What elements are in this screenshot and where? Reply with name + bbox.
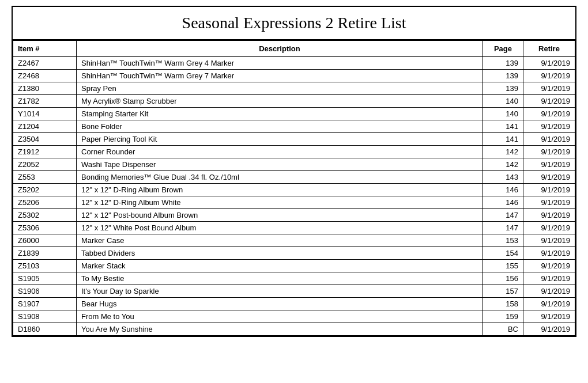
cell-item: S1907 <box>13 298 77 310</box>
header-item: Item # <box>13 41 77 57</box>
header-page: Page <box>483 41 523 57</box>
retire-table: Item # Description Page Retire Z2467Shin… <box>13 40 575 336</box>
cell-retire: 9/1/2019 <box>523 171 575 184</box>
cell-retire: 9/1/2019 <box>523 222 575 234</box>
cell-page: 141 <box>483 133 523 146</box>
cell-retire: 9/1/2019 <box>523 298 575 310</box>
cell-page: 147 <box>483 222 523 234</box>
cell-retire: 9/1/2019 <box>523 146 575 158</box>
table-row: Z553Bonding Memories™ Glue Dual .34 fl. … <box>13 171 575 184</box>
cell-page: 153 <box>483 234 523 247</box>
cell-description: Corner Rounder <box>77 146 483 158</box>
cell-item: Z5306 <box>13 222 77 234</box>
cell-retire: 9/1/2019 <box>523 95 575 108</box>
table-row: Z1380Spray Pen1399/1/2019 <box>13 82 575 95</box>
table-row: D1860You Are My SunshineBC9/1/2019 <box>13 323 575 336</box>
cell-description: My Acrylix® Stamp Scrubber <box>77 95 483 108</box>
cell-page: 140 <box>483 95 523 108</box>
table-row: Z1204Bone Folder1419/1/2019 <box>13 120 575 133</box>
table-row: S1906It's Your Day to Sparkle1579/1/2019 <box>13 285 575 298</box>
table-row: Z520612" x 12" D-Ring Album White1469/1/… <box>13 196 575 209</box>
cell-page: 146 <box>483 196 523 209</box>
table-row: Z3504Paper Piercing Tool Kit1419/1/2019 <box>13 133 575 146</box>
table-row: Z2052Washi Tape Dispenser1429/1/2019 <box>13 158 575 171</box>
cell-retire: 9/1/2019 <box>523 184 575 196</box>
cell-retire: 9/1/2019 <box>523 158 575 171</box>
cell-item: D1860 <box>13 323 77 336</box>
cell-page: 139 <box>483 57 523 70</box>
cell-description: From Me to You <box>77 310 483 323</box>
cell-page: 154 <box>483 247 523 260</box>
cell-retire: 9/1/2019 <box>523 234 575 247</box>
table-row: Z1912Corner Rounder1429/1/2019 <box>13 146 575 158</box>
cell-item: Z1782 <box>13 95 77 108</box>
table-body: Z2467ShinHan™ TouchTwin™ Warm Grey 4 Mar… <box>13 57 575 336</box>
cell-description: ShinHan™ TouchTwin™ Warm Grey 7 Marker <box>77 70 483 82</box>
table-header-row: Item # Description Page Retire <box>13 41 575 57</box>
cell-description: Bone Folder <box>77 120 483 133</box>
cell-description: To My Bestie <box>77 272 483 285</box>
cell-item: Z5202 <box>13 184 77 196</box>
cell-retire: 9/1/2019 <box>523 133 575 146</box>
cell-description: It's Your Day to Sparkle <box>77 285 483 298</box>
cell-item: S1908 <box>13 310 77 323</box>
cell-page: 141 <box>483 120 523 133</box>
cell-page: 146 <box>483 184 523 196</box>
header-retire: Retire <box>523 41 575 57</box>
cell-page: 143 <box>483 171 523 184</box>
table-row: Z6000Marker Case1539/1/2019 <box>13 234 575 247</box>
cell-description: 12" x 12" Post-bound Album Brown <box>77 209 483 222</box>
cell-page: 140 <box>483 108 523 120</box>
cell-retire: 9/1/2019 <box>523 247 575 260</box>
cell-description: 12" x 12" D-Ring Album Brown <box>77 184 483 196</box>
cell-item: S1905 <box>13 272 77 285</box>
cell-page: 159 <box>483 310 523 323</box>
table-row: Z1782My Acrylix® Stamp Scrubber1409/1/20… <box>13 95 575 108</box>
table-row: S1905To My Bestie1569/1/2019 <box>13 272 575 285</box>
cell-description: Washi Tape Dispenser <box>77 158 483 171</box>
table-row: Z530212" x 12" Post-bound Album Brown147… <box>13 209 575 222</box>
cell-item: Z2052 <box>13 158 77 171</box>
cell-retire: 9/1/2019 <box>523 260 575 272</box>
table-row: Z530612" x 12" White Post Bound Album147… <box>13 222 575 234</box>
cell-retire: 9/1/2019 <box>523 272 575 285</box>
cell-page: 156 <box>483 272 523 285</box>
cell-item: Z2468 <box>13 70 77 82</box>
cell-item: Z553 <box>13 171 77 184</box>
cell-description: Tabbed Dividers <box>77 247 483 260</box>
cell-retire: 9/1/2019 <box>523 196 575 209</box>
cell-page: 142 <box>483 146 523 158</box>
cell-item: Z1839 <box>13 247 77 260</box>
cell-page: 147 <box>483 209 523 222</box>
title-row: Seasonal Expressions 2 Retire List <box>13 7 575 40</box>
cell-description: 12" x 12" D-Ring Album White <box>77 196 483 209</box>
cell-item: Z1204 <box>13 120 77 133</box>
table-row: Z520212" x 12" D-Ring Album Brown1469/1/… <box>13 184 575 196</box>
cell-retire: 9/1/2019 <box>523 285 575 298</box>
cell-page: 157 <box>483 285 523 298</box>
cell-page: 142 <box>483 158 523 171</box>
cell-retire: 9/1/2019 <box>523 57 575 70</box>
cell-page: 139 <box>483 82 523 95</box>
cell-description: Marker Case <box>77 234 483 247</box>
cell-retire: 9/1/2019 <box>523 209 575 222</box>
cell-retire: 9/1/2019 <box>523 310 575 323</box>
main-container: Seasonal Expressions 2 Retire List Item … <box>12 6 576 337</box>
cell-item: Z5206 <box>13 196 77 209</box>
cell-item: Z5103 <box>13 260 77 272</box>
cell-retire: 9/1/2019 <box>523 82 575 95</box>
cell-retire: 9/1/2019 <box>523 120 575 133</box>
cell-description: Spray Pen <box>77 82 483 95</box>
cell-description: Bonding Memories™ Glue Dual .34 fl. Oz./… <box>77 171 483 184</box>
cell-description: Marker Stack <box>77 260 483 272</box>
cell-item: Z5302 <box>13 209 77 222</box>
cell-item: Z3504 <box>13 133 77 146</box>
cell-page: BC <box>483 323 523 336</box>
table-row: Z1839Tabbed Dividers1549/1/2019 <box>13 247 575 260</box>
cell-page: 139 <box>483 70 523 82</box>
cell-retire: 9/1/2019 <box>523 70 575 82</box>
page-title: Seasonal Expressions 2 Retire List <box>182 14 406 32</box>
table-row: Z2468ShinHan™ TouchTwin™ Warm Grey 7 Mar… <box>13 70 575 82</box>
header-description: Description <box>77 41 483 57</box>
cell-item: Z1380 <box>13 82 77 95</box>
